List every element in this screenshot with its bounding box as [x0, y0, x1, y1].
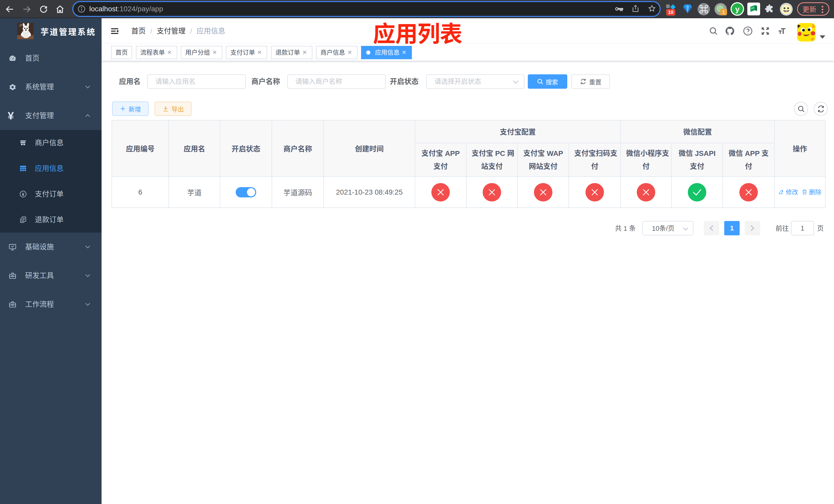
svg-text:y: y [735, 5, 740, 13]
